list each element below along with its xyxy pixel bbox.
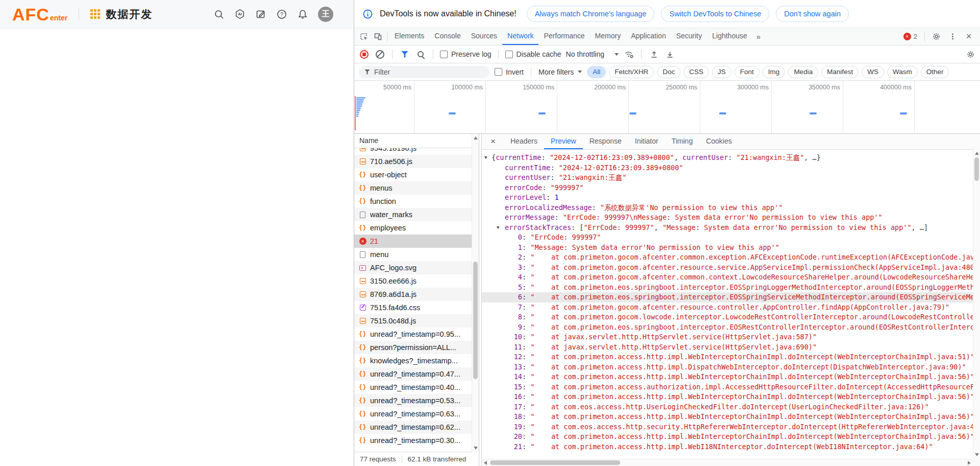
name-column-header[interactable]: Name (354, 134, 479, 148)
record-button[interactable] (358, 49, 370, 60)
resource-filter-pill[interactable]: Fetch/XHR (609, 66, 654, 78)
tree-line[interactable]: 11: " at javax.servlet.http.HttpServlet.… (482, 342, 973, 353)
more-tabs-icon[interactable]: » (752, 32, 765, 41)
tree-line[interactable]: 9: " at com.primeton.eos.springboot.inte… (482, 322, 973, 333)
notification-button[interactable]: Always match Chrome's language (527, 6, 655, 22)
detail-tab[interactable]: Initiator (628, 134, 665, 149)
ai-assistant-icon[interactable]: AI (234, 9, 246, 20)
tree-line[interactable]: ▼errorStackTraces: ["ErrCode: 999997", "… (482, 223, 973, 233)
table-row[interactable]: water_marks (354, 208, 472, 221)
devtools-tab[interactable]: Console (429, 28, 465, 45)
table-row[interactable]: unread?_timestamp=0.95... (354, 328, 472, 341)
resource-filter-pill[interactable]: Img (763, 66, 786, 78)
resource-filter-pill[interactable]: JS (712, 66, 731, 78)
close-devtools-icon[interactable]: × (962, 30, 976, 43)
timeline-overview[interactable]: 50000 ms100000 ms150000 ms200000 ms25000… (354, 81, 980, 134)
tree-line[interactable]: 1: "Message: System data error'No permis… (482, 243, 973, 253)
devtools-tab[interactable]: Application (626, 28, 671, 45)
export-har-icon[interactable] (664, 49, 675, 60)
resource-filter-pill[interactable]: Doc (657, 66, 680, 78)
disable-cache-checkbox[interactable]: Disable cache (505, 50, 561, 58)
table-row[interactable]: menus (354, 181, 472, 195)
table-row[interactable]: unread?_timestamp=0.62... (354, 421, 472, 434)
table-row[interactable]: person?permission=ALL... (354, 341, 472, 354)
scrollbar-left-arrow[interactable] (484, 461, 487, 465)
inspect-icon[interactable] (356, 30, 371, 43)
tree-line[interactable]: 2: " at com.primeton.gocom.afcenter.comm… (482, 252, 973, 263)
search-icon[interactable] (213, 9, 225, 20)
tree-line[interactable]: currentUser: "21:wangxin:王鑫" (482, 173, 973, 183)
tree-line[interactable]: 17: " at com.eos.access.http.UserLoginCh… (482, 402, 973, 412)
filter-toggle-icon[interactable] (399, 49, 410, 60)
expand-arrow-icon[interactable]: ▼ (484, 153, 487, 163)
resource-filter-pill[interactable]: All (587, 66, 606, 78)
resource-filter-pill[interactable]: Other (921, 66, 949, 78)
tree-line[interactable]: 0: "ErrCode: 999997" (482, 232, 973, 243)
settings-gear-icon[interactable] (929, 30, 943, 43)
resource-filter-pill[interactable]: Manifest (821, 66, 859, 78)
tree-line[interactable]: 6: " at com.primeton.eos.springboot.inte… (482, 292, 973, 302)
resource-filter-pill[interactable]: Wasm (887, 66, 918, 78)
compose-icon[interactable] (255, 9, 266, 20)
detail-tab[interactable]: Timing (665, 134, 700, 149)
resource-filter-pill[interactable]: Media (788, 66, 818, 78)
app-grid-icon[interactable] (90, 9, 101, 19)
tree-line[interactable]: 20: " at com.primeton.access.http.impl.W… (482, 432, 973, 442)
scrollbar-thumb[interactable] (490, 460, 620, 465)
checkbox[interactable] (505, 51, 513, 58)
preview-hscrollbar[interactable] (482, 459, 973, 466)
devtools-tab[interactable]: Sources (466, 28, 502, 45)
throttling-select[interactable]: No throttling (566, 50, 619, 58)
checkbox[interactable] (440, 51, 448, 58)
table-row[interactable]: menu (354, 248, 472, 261)
notification-button[interactable]: Switch DevTools to Chinese (661, 6, 769, 22)
devtools-tab[interactable]: Network (502, 28, 538, 45)
tree-line[interactable]: 15: " at com.primeton.access.authorizati… (482, 382, 973, 392)
devtools-tab[interactable]: Security (671, 28, 707, 45)
tree-line[interactable]: errorMessage: "ErrCode: 999997\nMessage:… (482, 213, 973, 223)
table-row[interactable]: 7515.fa4d6.css (354, 301, 472, 314)
requests-scrollbar[interactable] (472, 134, 479, 452)
notification-button[interactable]: Don't show again (776, 6, 849, 22)
table-row[interactable]: 9545.18196.js (354, 148, 472, 155)
devtools-tab[interactable]: Lighthouse (707, 28, 752, 45)
invert-checkbox[interactable]: Invert (495, 68, 524, 76)
device-toolbar-icon[interactable] (371, 30, 385, 43)
help-icon[interactable]: ? (276, 9, 287, 20)
tree-line[interactable]: currentTime: "2024-12-02T16:23:09.389+08… (482, 163, 973, 173)
table-row[interactable]: unread?_timestamp=0.47... (354, 367, 472, 381)
tree-line[interactable]: errorLocalizedMessage: "系统数据异常'No permis… (482, 203, 973, 213)
tree-line[interactable]: 8: " at com.primeton.gocom.lowcode.inter… (482, 312, 973, 322)
table-row[interactable]: function (354, 195, 472, 208)
detail-tab[interactable]: Headers (504, 134, 544, 149)
preview-tree[interactable]: ▼{currentTime: "2024-12-02T16:23:09.389+… (482, 150, 980, 466)
search-network-icon[interactable] (415, 49, 426, 60)
table-row[interactable]: 710.ae506.js (354, 155, 472, 168)
tree-line[interactable]: errorCode: "999997" (482, 183, 973, 193)
bell-icon[interactable] (297, 9, 308, 20)
tree-line[interactable]: 7: " at com.primeton.gocom.afcenter.reso… (482, 302, 973, 313)
tree-line[interactable]: 18: " at com.primeton.access.http.impl.W… (482, 412, 973, 422)
checkbox[interactable] (495, 68, 502, 76)
table-row[interactable]: unread?_timestamp=0.53... (354, 394, 472, 407)
scrollbar-up-arrow[interactable] (474, 136, 478, 139)
network-conditions-icon[interactable] (623, 49, 634, 60)
table-row[interactable]: unread?_timestamp=0.30... (354, 434, 472, 447)
tree-line[interactable]: 3: " at com.primeton.gocom.afcenter.reso… (482, 263, 973, 273)
scrollbar-down-arrow[interactable] (474, 447, 478, 450)
scrollbar-thumb[interactable] (473, 262, 478, 379)
devtools-tab[interactable]: Memory (590, 28, 626, 45)
tree-line[interactable]: 12: " at com.primeton.access.http.impl.W… (482, 352, 973, 362)
scrollbar-down-arrow[interactable] (975, 453, 979, 456)
tree-line[interactable]: 14: " at com.primeton.access.http.impl.W… (482, 372, 973, 382)
avatar[interactable]: 王 (318, 7, 333, 22)
scrollbar-thumb[interactable] (974, 157, 979, 181)
clear-button[interactable] (374, 49, 385, 60)
detail-tab[interactable]: Preview (544, 134, 583, 149)
tree-line[interactable]: 13: " at com.primeton.access.http.impl.D… (482, 362, 973, 372)
devtools-tab[interactable]: Elements (389, 28, 429, 45)
table-row[interactable]: 8769.a6d1a.js (354, 288, 472, 301)
tree-line[interactable]: ▼{currentTime: "2024-12-02T16:23:09.389+… (482, 153, 973, 163)
tree-line[interactable]: 5: " at com.primeton.eos.springboot.inte… (482, 283, 973, 293)
filter-input[interactable]: Filter (359, 66, 489, 78)
